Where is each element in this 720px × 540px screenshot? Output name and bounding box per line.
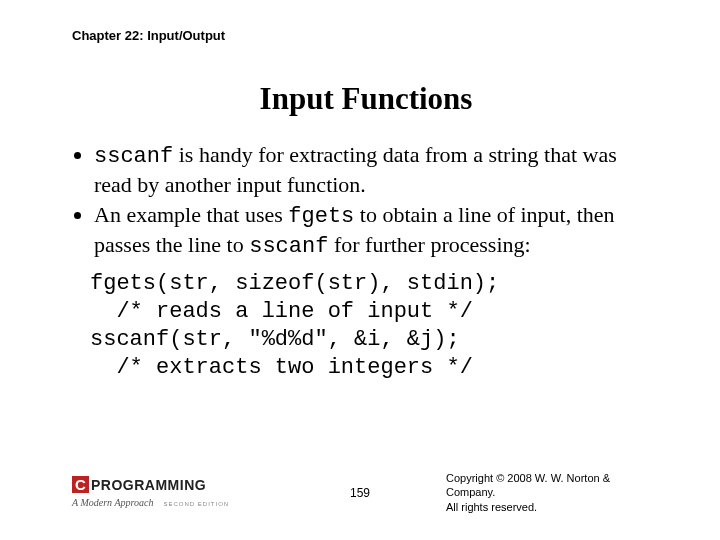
bullet-item: sscanf is handy for extracting data from… <box>94 141 660 199</box>
copyright: Copyright © 2008 W. W. Norton & Company.… <box>446 471 656 514</box>
logo-c-icon: C <box>72 476 89 493</box>
logo-edition: SECOND EDITION <box>163 501 229 507</box>
bullet-text: An example that uses <box>94 202 288 227</box>
logo-title: PROGRAMMING <box>91 478 206 492</box>
bullet-list: sscanf is handy for extracting data from… <box>72 141 660 262</box>
code-block: fgets(str, sizeof(str), stdin); /* reads… <box>90 270 660 383</box>
book-logo: C PROGRAMMING A Modern Approach SECOND E… <box>72 476 229 509</box>
bullet-text: is handy for extracting data from a stri… <box>94 142 617 197</box>
chapter-header: Chapter 22: Input/Output <box>72 28 660 43</box>
slide-title: Input Functions <box>72 81 660 117</box>
footer: C PROGRAMMING A Modern Approach SECOND E… <box>0 471 720 514</box>
inline-code: sscanf <box>94 144 173 169</box>
page-number: 159 <box>350 486 370 500</box>
logo-subtitle: A Modern Approach <box>72 497 153 508</box>
inline-code: fgets <box>288 204 354 229</box>
bullet-item: An example that uses fgets to obtain a l… <box>94 201 660 261</box>
bullet-text: for further processing: <box>328 232 530 257</box>
inline-code: sscanf <box>249 234 328 259</box>
